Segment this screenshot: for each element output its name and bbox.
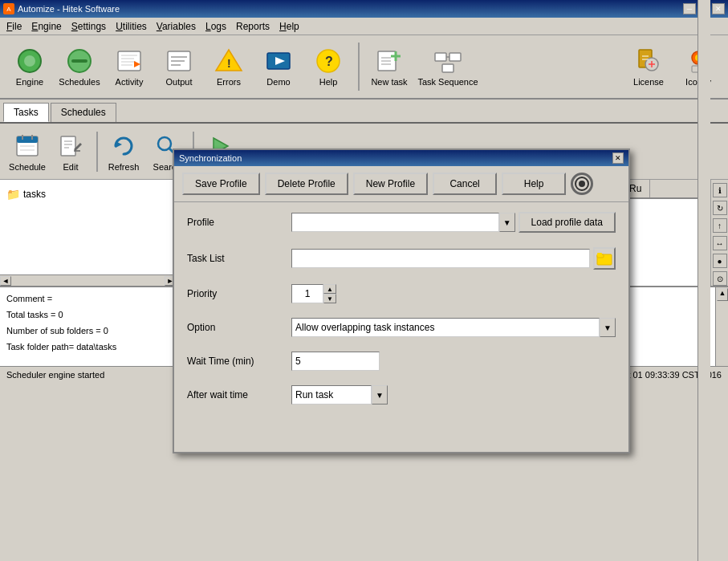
- tab-schedules[interactable]: Schedules: [51, 103, 116, 122]
- help-icon: ?: [314, 47, 343, 75]
- scroll-left-btn[interactable]: ◄: [0, 276, 11, 286]
- bottom-vscroll[interactable]: ▲: [715, 287, 728, 366]
- svg-rect-59: [597, 253, 602, 256]
- menu-engine[interactable]: Engine: [26, 19, 66, 34]
- option-label: Option: [187, 322, 291, 333]
- modal-new-btn[interactable]: New Profile: [353, 173, 428, 195]
- schedules-label: Schedules: [59, 77, 100, 87]
- option-input[interactable]: [291, 318, 600, 337]
- toolbar-separator-1: [358, 43, 360, 91]
- profile-input[interactable]: [291, 213, 499, 232]
- sidebar-info-btn[interactable]: ℹ: [713, 183, 727, 197]
- sub-refresh-label: Refresh: [108, 162, 140, 172]
- taskseq-label: Task Sequence: [417, 77, 478, 87]
- close-button[interactable]: ✕: [712, 3, 725, 14]
- sub-schedule[interactable]: Schedule: [6, 127, 48, 177]
- toolbar-newtask[interactable]: New task: [366, 39, 413, 95]
- menu-reports[interactable]: Reports: [231, 19, 275, 34]
- load-profile-btn[interactable]: Load profile data: [519, 212, 616, 233]
- toolbar-taskseq[interactable]: Task Sequence: [416, 39, 480, 95]
- errors-label: Errors: [217, 77, 241, 87]
- minimize-button[interactable]: ─: [683, 3, 696, 14]
- right-vscroll[interactable]: [697, 180, 710, 286]
- priority-input[interactable]: [291, 284, 323, 303]
- modal-close-btn[interactable]: ✕: [612, 152, 624, 164]
- svg-text:?: ?: [325, 55, 333, 68]
- sidebar-dot-btn[interactable]: ●: [713, 254, 727, 268]
- form-row-afterwait: After wait time ▼: [187, 385, 616, 404]
- svg-rect-45: [61, 136, 75, 156]
- app-icon: A: [3, 3, 14, 14]
- toolbar-schedules[interactable]: Schedules: [56, 39, 103, 95]
- sub-edit-icon: [56, 132, 85, 161]
- title-bar: A Automize - Hitek Software ─ □ ✕: [0, 0, 728, 18]
- profile-dropdown: ▼: [291, 213, 515, 232]
- profile-dropdown-btn[interactable]: ▼: [499, 213, 515, 232]
- toolbar-activity[interactable]: Activity: [106, 39, 153, 95]
- svg-text:!: !: [227, 57, 231, 70]
- modal-cancel-btn[interactable]: Cancel: [433, 173, 497, 195]
- after-wait-container: ▼: [291, 385, 388, 404]
- option-container: ▼: [291, 318, 616, 337]
- folder-icon: 📁: [6, 188, 20, 201]
- menu-settings[interactable]: Settings: [67, 19, 111, 34]
- toolbar-engine[interactable]: Engine: [6, 39, 53, 95]
- svg-marker-51: [116, 141, 122, 148]
- modal-circle-btn[interactable]: [571, 173, 593, 195]
- tasklist-label: Task List: [187, 253, 291, 264]
- after-wait-input[interactable]: [291, 385, 372, 404]
- demo-icon: [264, 47, 293, 75]
- toolbar-help[interactable]: ? Help: [305, 39, 352, 95]
- svg-rect-29: [442, 64, 453, 72]
- wait-time-input[interactable]: [291, 352, 380, 371]
- left-panel: 📁 tasks ◄ ►: [0, 180, 177, 286]
- output-icon: [165, 47, 193, 75]
- modal-title-text: Synchronization: [179, 153, 242, 163]
- priority-up-btn[interactable]: ▲: [323, 284, 336, 294]
- svg-rect-3: [71, 59, 87, 63]
- profile-label: Profile: [187, 217, 291, 228]
- form-row-profile: Profile ▼ Load profile data: [187, 212, 616, 233]
- menu-help[interactable]: Help: [275, 19, 304, 34]
- menu-variables[interactable]: Variables: [152, 19, 201, 34]
- sidebar-up-btn[interactable]: ↑: [713, 218, 727, 233]
- sub-edit-label: Edit: [63, 162, 79, 172]
- modal-save-btn[interactable]: Save Profile: [182, 173, 260, 195]
- toolbar-output[interactable]: Output: [156, 39, 202, 95]
- modal-delete-btn[interactable]: Delete Profile: [265, 173, 348, 195]
- priority-label: Priority: [187, 288, 291, 299]
- task-list-folder-btn[interactable]: [593, 247, 616, 270]
- task-list-input[interactable]: [291, 249, 590, 268]
- engine-icon: [15, 47, 44, 75]
- toolbar-license[interactable]: License: [625, 39, 672, 95]
- modal-body: Profile ▼ Load profile data Task List: [174, 202, 628, 429]
- menu-logs[interactable]: Logs: [201, 19, 231, 34]
- menu-utilities[interactable]: Utilities: [111, 19, 152, 34]
- newtask-label: New task: [371, 77, 407, 87]
- toolbar-errors[interactable]: ! Errors: [205, 39, 252, 95]
- priority-down-btn[interactable]: ▼: [323, 294, 336, 303]
- sidebar-refresh-btn[interactable]: ↻: [713, 201, 727, 215]
- sub-refresh[interactable]: Refresh: [103, 127, 144, 177]
- left-hscroll[interactable]: ◄ ►: [0, 274, 176, 286]
- option-dropdown-btn[interactable]: ▼: [600, 318, 616, 337]
- waittime-label: Wait Time (min): [187, 356, 291, 367]
- sidebar-expand-btn[interactable]: ↔: [713, 236, 727, 250]
- sidebar-circle-btn[interactable]: ⊙: [713, 271, 727, 286]
- newtask-icon: [375, 47, 404, 75]
- tab-tasks[interactable]: Tasks: [3, 103, 49, 122]
- toolbar-demo[interactable]: Demo: [255, 39, 302, 95]
- folder-tasks[interactable]: 📁 tasks: [0, 186, 176, 202]
- after-wait-dropdown-btn[interactable]: ▼: [372, 385, 388, 404]
- sub-refresh-icon: [109, 132, 138, 161]
- help-label: Help: [319, 77, 338, 87]
- title-bar-left: A Automize - Hitek Software: [3, 3, 120, 14]
- sub-edit[interactable]: Edit: [50, 127, 92, 177]
- menu-file[interactable]: File: [2, 19, 26, 34]
- bottom-scroll-up[interactable]: ▲: [717, 288, 728, 301]
- taskseq-icon: [433, 47, 462, 75]
- task-list-container: [291, 247, 616, 270]
- afterwait-label: After wait time: [187, 389, 291, 400]
- main-toolbar: Engine Schedules Activity: [0, 35, 728, 100]
- modal-help-btn[interactable]: Help: [502, 173, 566, 195]
